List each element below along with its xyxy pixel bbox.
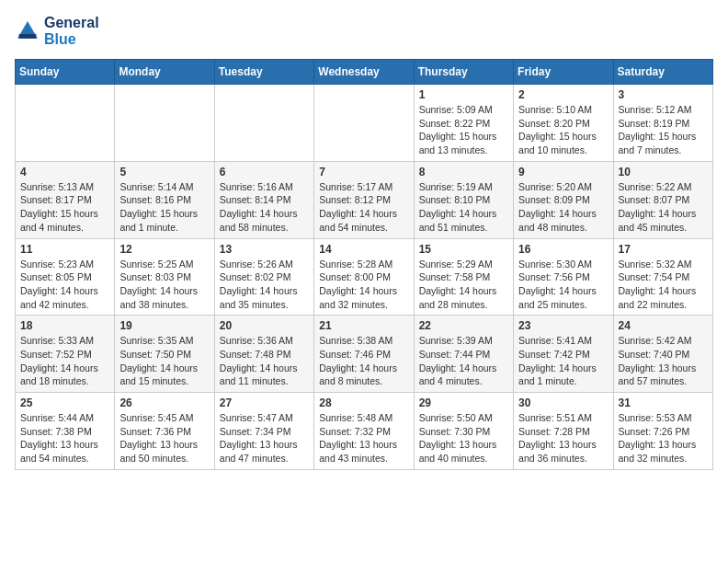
day-cell-31: 31Sunrise: 5:53 AMSunset: 7:26 PMDayligh…	[613, 393, 712, 470]
day-number: 10	[619, 166, 708, 178]
day-cell-13: 13Sunrise: 5:26 AMSunset: 8:02 PMDayligh…	[214, 238, 313, 316]
header-day-tuesday: Tuesday	[214, 60, 313, 85]
day-number: 13	[220, 243, 309, 256]
day-info: Sunrise: 5:42 AMSunset: 7:40 PMDaylight:…	[619, 334, 708, 388]
day-cell-6: 6Sunrise: 5:16 AMSunset: 8:14 PMDaylight…	[214, 161, 313, 238]
day-info: Sunrise: 5:22 AMSunset: 8:07 PMDaylight:…	[619, 180, 708, 235]
logo-text: General Blue	[44, 15, 99, 48]
day-info: Sunrise: 5:19 AMSunset: 8:10 PMDaylight:…	[419, 180, 508, 235]
day-info: Sunrise: 5:48 AMSunset: 7:32 PMDaylight:…	[319, 411, 408, 465]
svg-rect-2	[19, 34, 37, 39]
day-cell-25: 25Sunrise: 5:44 AMSunset: 7:38 PMDayligh…	[16, 393, 115, 470]
calendar-table: SundayMondayTuesdayWednesdayThursdayFrid…	[15, 59, 713, 470]
week-row-3: 11Sunrise: 5:23 AMSunset: 8:05 PMDayligh…	[16, 238, 713, 316]
day-number: 7	[319, 166, 408, 178]
day-cell-4: 4Sunrise: 5:13 AMSunset: 8:17 PMDaylight…	[16, 161, 115, 238]
day-number: 31	[619, 396, 708, 409]
day-info: Sunrise: 5:51 AMSunset: 7:28 PMDaylight:…	[518, 411, 608, 465]
day-number: 19	[119, 319, 209, 332]
day-info: Sunrise: 5:41 AMSunset: 7:42 PMDaylight:…	[518, 334, 608, 388]
day-number: 1	[419, 88, 508, 101]
day-number: 15	[419, 243, 508, 256]
day-number: 11	[20, 243, 109, 256]
day-info: Sunrise: 5:10 AMSunset: 8:20 PMDaylight:…	[518, 103, 608, 157]
day-info: Sunrise: 5:44 AMSunset: 7:38 PMDaylight:…	[20, 411, 109, 465]
header-row: SundayMondayTuesdayWednesdayThursdayFrid…	[16, 60, 713, 85]
day-cell-14: 14Sunrise: 5:28 AMSunset: 8:00 PMDayligh…	[314, 238, 414, 316]
day-number: 21	[319, 319, 408, 332]
day-number: 6	[220, 166, 309, 178]
day-number: 12	[119, 243, 209, 256]
day-number: 27	[220, 396, 309, 409]
day-cell-27: 27Sunrise: 5:47 AMSunset: 7:34 PMDayligh…	[214, 393, 313, 470]
day-number: 2	[518, 88, 608, 101]
calendar-body: 1Sunrise: 5:09 AMSunset: 8:22 PMDaylight…	[16, 85, 713, 470]
week-row-2: 4Sunrise: 5:13 AMSunset: 8:17 PMDaylight…	[16, 161, 713, 238]
header-day-sunday: Sunday	[16, 60, 115, 85]
day-cell-18: 18Sunrise: 5:33 AMSunset: 7:52 PMDayligh…	[16, 316, 115, 393]
day-cell-1: 1Sunrise: 5:09 AMSunset: 8:22 PMDaylight…	[414, 85, 513, 162]
day-info: Sunrise: 5:50 AMSunset: 7:30 PMDaylight:…	[419, 411, 508, 465]
day-info: Sunrise: 5:38 AMSunset: 7:46 PMDaylight:…	[319, 334, 408, 388]
day-info: Sunrise: 5:23 AMSunset: 8:05 PMDaylight:…	[20, 258, 109, 312]
day-cell-16: 16Sunrise: 5:30 AMSunset: 7:56 PMDayligh…	[514, 238, 613, 316]
day-info: Sunrise: 5:53 AMSunset: 7:26 PMDaylight:…	[619, 411, 708, 465]
day-number: 28	[319, 396, 408, 409]
day-info: Sunrise: 5:36 AMSunset: 7:48 PMDaylight:…	[220, 334, 309, 388]
day-cell-12: 12Sunrise: 5:25 AMSunset: 8:03 PMDayligh…	[115, 238, 214, 316]
day-info: Sunrise: 5:28 AMSunset: 8:00 PMDaylight:…	[319, 258, 408, 312]
day-cell-7: 7Sunrise: 5:17 AMSunset: 8:12 PMDaylight…	[314, 161, 414, 238]
day-cell-29: 29Sunrise: 5:50 AMSunset: 7:30 PMDayligh…	[414, 393, 513, 470]
day-cell-30: 30Sunrise: 5:51 AMSunset: 7:28 PMDayligh…	[514, 393, 613, 470]
logo-icon	[15, 18, 40, 44]
day-cell-9: 9Sunrise: 5:20 AMSunset: 8:09 PMDaylight…	[514, 161, 613, 238]
day-number: 8	[419, 166, 508, 178]
day-cell-11: 11Sunrise: 5:23 AMSunset: 8:05 PMDayligh…	[16, 238, 115, 316]
day-info: Sunrise: 5:33 AMSunset: 7:52 PMDaylight:…	[20, 334, 109, 388]
day-info: Sunrise: 5:30 AMSunset: 7:56 PMDaylight:…	[518, 258, 608, 312]
day-cell-2: 2Sunrise: 5:10 AMSunset: 8:20 PMDaylight…	[514, 85, 613, 162]
day-info: Sunrise: 5:12 AMSunset: 8:19 PMDaylight:…	[619, 103, 708, 157]
day-info: Sunrise: 5:16 AMSunset: 8:14 PMDaylight:…	[220, 180, 309, 235]
day-cell-empty	[314, 85, 414, 162]
day-cell-20: 20Sunrise: 5:36 AMSunset: 7:48 PMDayligh…	[214, 316, 313, 393]
page-header: General Blue	[15, 15, 713, 48]
day-number: 16	[518, 243, 608, 256]
day-info: Sunrise: 5:45 AMSunset: 7:36 PMDaylight:…	[119, 411, 209, 465]
day-cell-3: 3Sunrise: 5:12 AMSunset: 8:19 PMDaylight…	[613, 85, 712, 162]
day-info: Sunrise: 5:39 AMSunset: 7:44 PMDaylight:…	[419, 334, 508, 388]
calendar-header: SundayMondayTuesdayWednesdayThursdayFrid…	[16, 60, 713, 85]
day-cell-10: 10Sunrise: 5:22 AMSunset: 8:07 PMDayligh…	[613, 161, 712, 238]
day-info: Sunrise: 5:32 AMSunset: 7:54 PMDaylight:…	[619, 258, 708, 312]
day-number: 9	[518, 166, 608, 178]
day-info: Sunrise: 5:13 AMSunset: 8:17 PMDaylight:…	[20, 180, 109, 235]
day-number: 18	[20, 319, 109, 332]
week-row-1: 1Sunrise: 5:09 AMSunset: 8:22 PMDaylight…	[16, 85, 713, 162]
logo: General Blue	[15, 15, 99, 48]
day-number: 29	[419, 396, 508, 409]
day-number: 26	[119, 396, 209, 409]
day-number: 25	[20, 396, 109, 409]
day-info: Sunrise: 5:25 AMSunset: 8:03 PMDaylight:…	[119, 258, 209, 312]
day-cell-19: 19Sunrise: 5:35 AMSunset: 7:50 PMDayligh…	[115, 316, 214, 393]
day-cell-empty	[16, 85, 115, 162]
header-day-friday: Friday	[514, 60, 613, 85]
day-cell-8: 8Sunrise: 5:19 AMSunset: 8:10 PMDaylight…	[414, 161, 513, 238]
day-cell-21: 21Sunrise: 5:38 AMSunset: 7:46 PMDayligh…	[314, 316, 414, 393]
day-cell-5: 5Sunrise: 5:14 AMSunset: 8:16 PMDaylight…	[115, 161, 214, 238]
day-number: 24	[619, 319, 708, 332]
header-day-saturday: Saturday	[613, 60, 712, 85]
day-info: Sunrise: 5:09 AMSunset: 8:22 PMDaylight:…	[419, 103, 508, 157]
day-info: Sunrise: 5:14 AMSunset: 8:16 PMDaylight:…	[119, 180, 209, 235]
day-number: 3	[619, 88, 708, 101]
day-cell-15: 15Sunrise: 5:29 AMSunset: 7:58 PMDayligh…	[414, 238, 513, 316]
header-day-monday: Monday	[115, 60, 214, 85]
day-cell-17: 17Sunrise: 5:32 AMSunset: 7:54 PMDayligh…	[613, 238, 712, 316]
day-number: 22	[419, 319, 508, 332]
day-info: Sunrise: 5:35 AMSunset: 7:50 PMDaylight:…	[119, 334, 209, 388]
header-day-wednesday: Wednesday	[314, 60, 414, 85]
day-cell-22: 22Sunrise: 5:39 AMSunset: 7:44 PMDayligh…	[414, 316, 513, 393]
day-info: Sunrise: 5:17 AMSunset: 8:12 PMDaylight:…	[319, 180, 408, 235]
week-row-4: 18Sunrise: 5:33 AMSunset: 7:52 PMDayligh…	[16, 316, 713, 393]
day-cell-empty	[214, 85, 313, 162]
